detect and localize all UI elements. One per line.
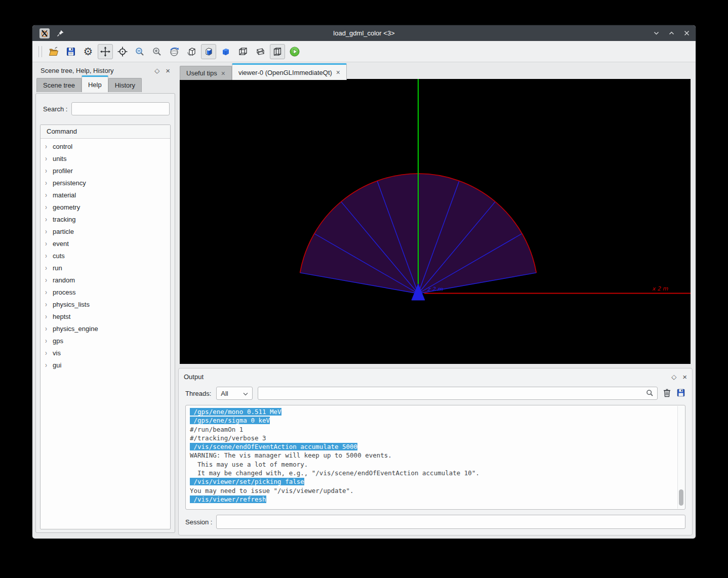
tab-scene-tree[interactable]: Scene tree	[36, 78, 82, 92]
tree-item-cuts[interactable]: ›cuts	[41, 250, 170, 262]
gear-icon: ⚙	[84, 46, 93, 57]
console-line: /vis/viewer/set/picking false	[190, 477, 677, 486]
tab-history[interactable]: History	[108, 78, 142, 92]
view-orthographic-button[interactable]	[270, 44, 285, 59]
tree-item-material[interactable]: ›material	[41, 189, 170, 201]
main-window: load_gdml_color <3>	[32, 25, 696, 539]
close-tab-icon[interactable]: ×	[336, 68, 340, 76]
window-title: load_gdml_color <3>	[32, 29, 696, 37]
expand-chevron-icon[interactable]: ›	[45, 215, 53, 224]
tree-item-heptst[interactable]: ›heptst	[41, 310, 170, 322]
save-output-button[interactable]	[676, 388, 685, 399]
expand-chevron-icon[interactable]: ›	[45, 324, 53, 333]
scrollbar-thumb[interactable]	[679, 489, 683, 506]
tab-viewer-0[interactable]: viewer-0 (OpenGLImmediateQt) ×	[232, 63, 347, 80]
tree-item-physics-lists[interactable]: ›physics_lists	[41, 298, 170, 310]
wireframe-cube-icon	[237, 46, 249, 57]
expand-chevron-icon[interactable]: ›	[45, 349, 53, 357]
tab-useful-tips[interactable]: Useful tips ×	[180, 66, 232, 80]
chevron-down-icon	[243, 390, 248, 397]
tree-item-control[interactable]: ›control	[41, 140, 170, 152]
style-wireframe-button[interactable]	[235, 44, 251, 59]
tree-item-gui[interactable]: ›gui	[41, 359, 170, 371]
minimize-button[interactable]	[652, 29, 660, 37]
expand-chevron-icon[interactable]: ›	[45, 276, 53, 284]
expand-chevron-icon[interactable]: ›	[45, 312, 53, 321]
tree-item-event[interactable]: ›event	[41, 237, 170, 250]
toolbar-drag-handle[interactable]	[38, 46, 42, 57]
console-line: #/tracking/verbose 3	[190, 434, 677, 442]
expand-chevron-icon[interactable]: ›	[45, 191, 53, 199]
opengl-viewport[interactable]: x 2 m z 2 m	[180, 79, 691, 364]
scene-tree-dock: Scene tree, Help, History ◇ × Scene tree…	[35, 64, 175, 535]
search-input[interactable]	[71, 102, 170, 115]
expand-chevron-icon[interactable]: ›	[45, 167, 53, 175]
threads-select[interactable]: All	[216, 387, 253, 400]
close-button[interactable]	[682, 29, 691, 37]
console-line: It may be changed with, e.g., "/vis/scen…	[190, 469, 677, 477]
expand-chevron-icon[interactable]: ›	[45, 203, 53, 212]
rotate-button[interactable]	[167, 44, 182, 59]
expand-chevron-icon[interactable]: ›	[45, 300, 53, 309]
close-dock-icon[interactable]: ×	[166, 67, 170, 74]
orthographic-box-icon	[272, 47, 282, 57]
tree-item-process[interactable]: ›process	[41, 286, 170, 298]
expand-chevron-icon[interactable]: ›	[45, 361, 53, 369]
view-perspective-button[interactable]	[253, 44, 268, 59]
tree-item-particle[interactable]: ›particle	[41, 225, 170, 237]
style-hidden-line-button[interactable]	[184, 44, 199, 59]
output-console[interactable]: /gps/ene/mono 0.511 MeV /gps/ene/sigma 0…	[185, 405, 685, 510]
tree-item-gps[interactable]: ›gps	[41, 335, 170, 347]
titlebar: load_gdml_color <3>	[32, 25, 696, 41]
zoom-out-button[interactable]	[132, 44, 147, 59]
float-dock-icon[interactable]: ◇	[671, 374, 676, 380]
style-surface-button[interactable]	[201, 44, 216, 59]
tree-item-units[interactable]: ›units	[41, 152, 170, 164]
console-line: /vis/viewer/refresh	[190, 495, 677, 504]
tree-item-geometry[interactable]: ›geometry	[41, 201, 170, 213]
tree-item-persistency[interactable]: ›persistency	[41, 177, 170, 189]
tree-item-tracking[interactable]: ›tracking	[41, 213, 170, 225]
tree-item-vis[interactable]: ›vis	[41, 347, 170, 359]
half-open-cube-icon	[186, 46, 197, 57]
expand-chevron-icon[interactable]: ›	[45, 337, 53, 345]
close-tab-icon[interactable]: ×	[221, 69, 225, 77]
run-beam-button[interactable]	[287, 44, 302, 59]
session-input[interactable]	[216, 515, 685, 529]
maximize-button[interactable]	[667, 29, 675, 37]
output-filter-input[interactable]	[258, 387, 658, 400]
settings-button[interactable]: ⚙	[80, 44, 96, 59]
expand-chevron-icon[interactable]: ›	[45, 252, 53, 260]
close-dock-icon[interactable]: ×	[682, 373, 687, 381]
expand-chevron-icon[interactable]: ›	[45, 264, 53, 272]
console-scrollbar[interactable]	[677, 406, 684, 509]
tab-help[interactable]: Help	[82, 75, 108, 92]
float-dock-icon[interactable]: ◇	[154, 67, 159, 74]
expand-chevron-icon[interactable]: ›	[45, 288, 53, 297]
zoom-in-button[interactable]	[149, 44, 165, 59]
tree-item-physics-engine[interactable]: ›physics_engine	[41, 322, 170, 335]
tree-item-random[interactable]: ›random	[41, 274, 170, 286]
session-label: Session :	[185, 518, 212, 526]
expand-chevron-icon[interactable]: ›	[45, 142, 53, 151]
left-dock-tabbar: Scene tree Help History	[35, 76, 175, 92]
expand-chevron-icon[interactable]: ›	[45, 227, 53, 236]
style-solid-button[interactable]	[218, 44, 233, 59]
tree-item-profiler[interactable]: ›profiler	[41, 164, 170, 177]
clear-output-button[interactable]	[663, 388, 671, 399]
console-line: You may need to issue "/vis/viewer/updat…	[190, 486, 677, 495]
console-line: /gps/ene/sigma 0 keV	[190, 416, 677, 425]
pin-icon[interactable]	[57, 29, 64, 37]
left-dock-title: Scene tree, Help, History	[41, 67, 148, 74]
save-file-button[interactable]	[63, 44, 78, 59]
pick-center-button[interactable]	[115, 44, 130, 59]
viewer-area: Useful tips × viewer-0 (OpenGLImmediateQ…	[178, 64, 693, 364]
expand-chevron-icon[interactable]: ›	[45, 239, 53, 248]
tree-header: Command	[41, 125, 170, 139]
viewer-tabbar: Useful tips × viewer-0 (OpenGLImmediateQ…	[178, 64, 693, 80]
tree-item-run[interactable]: ›run	[41, 262, 170, 274]
move-pan-button[interactable]	[98, 44, 113, 59]
expand-chevron-icon[interactable]: ›	[45, 179, 53, 187]
expand-chevron-icon[interactable]: ›	[45, 154, 53, 163]
open-file-button[interactable]	[46, 44, 61, 59]
